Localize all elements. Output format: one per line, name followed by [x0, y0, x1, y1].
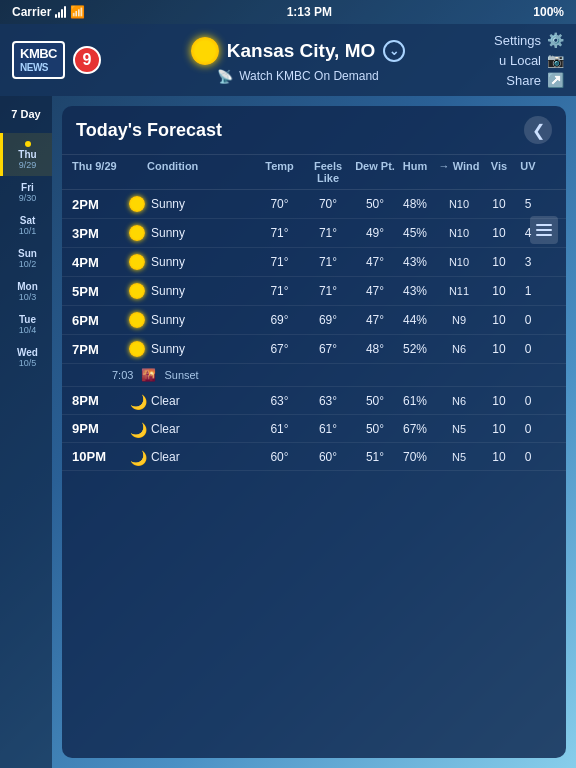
moon-icon: 🌙: [130, 450, 144, 464]
row-time-5: 7PM: [72, 342, 127, 357]
sidebar-item-wed[interactable]: Wed 10/5: [0, 341, 52, 374]
row-feels-5: 67°: [302, 342, 354, 356]
row-dew-7: 50°: [354, 422, 396, 436]
row-uv-3: 1: [514, 284, 542, 298]
signal-bars: [55, 6, 66, 18]
u-local-button[interactable]: u Local 📷: [499, 52, 564, 68]
header-actions: Settings ⚙️ u Local 📷 Share ↗️: [444, 32, 564, 88]
row-uv-8: 0: [514, 450, 542, 464]
sidebar-item-mon[interactable]: Mon 10/3: [0, 275, 52, 308]
u-local-label: u Local: [499, 53, 541, 68]
row-wind-3: N11: [434, 285, 484, 297]
row-uv-5: 0: [514, 342, 542, 356]
settings-button[interactable]: Settings ⚙️: [494, 32, 564, 48]
row-time-8: 10PM: [72, 449, 127, 464]
list-icon-line: [536, 224, 552, 226]
sunset-row: 7:03 🌇 Sunset: [62, 364, 566, 387]
moon-icon: 🌙: [130, 422, 144, 436]
sidebar-day-date-0: 9/29: [7, 160, 48, 170]
col-header-hum: Hum: [396, 160, 434, 184]
row-dew-5: 48°: [354, 342, 396, 356]
row-dew-3: 47°: [354, 284, 396, 298]
status-bar: Carrier 📶 1:13 PM 100%: [0, 0, 576, 24]
logo-channel: 9: [73, 46, 101, 74]
logo-box: KMBC NEWS: [12, 41, 65, 78]
sidebar-day-date-5: 10/4: [7, 325, 48, 335]
back-button[interactable]: ❮: [524, 116, 552, 144]
col-header-temp: Temp: [257, 160, 302, 184]
row-feels-4: 69°: [302, 313, 354, 327]
row-hum-0: 48%: [396, 197, 434, 211]
logo-area[interactable]: KMBC NEWS 9: [12, 41, 152, 78]
sidebar-day-name-5: Tue: [7, 314, 48, 325]
col-header-dew: Dew Pt.: [354, 160, 396, 184]
row-temp-1: 71°: [257, 226, 302, 240]
row-hum-3: 43%: [396, 284, 434, 298]
row-feels-3: 71°: [302, 284, 354, 298]
settings-label: Settings: [494, 33, 541, 48]
share-icon: ↗️: [547, 72, 564, 88]
row-vis-1: 10: [484, 226, 514, 240]
table-row: 10PM 🌙 Clear 60° 60° 51° 70% N5 10 0: [62, 443, 566, 471]
sidebar-day-date-4: 10/3: [7, 292, 48, 302]
watch-kmbc-row[interactable]: 📡 Watch KMBC On Demand: [217, 69, 379, 84]
forecast-title: Today's Forecast: [76, 120, 222, 141]
row-hum-4: 44%: [396, 313, 434, 327]
list-view-button[interactable]: [530, 216, 558, 244]
col-header-feels: Feels Like: [302, 160, 354, 184]
row-hum-1: 45%: [396, 226, 434, 240]
row-icon-4: [127, 312, 147, 328]
sun-icon: [129, 196, 145, 212]
row-uv-6: 0: [514, 394, 542, 408]
gear-icon: ⚙️: [547, 32, 564, 48]
antenna-icon: 📡: [217, 69, 233, 84]
table-row: 8PM 🌙 Clear 63° 63° 50° 61% N6 10 0: [62, 387, 566, 415]
sidebar-item-thu[interactable]: Thu 9/29: [0, 133, 52, 176]
forecast-rows: 2PM Sunny 70° 70° 50° 48% N10 10 5 3PM S…: [62, 190, 566, 471]
row-icon-5: [127, 341, 147, 357]
sidebar-item-sun[interactable]: Sun 10/2: [0, 242, 52, 275]
table-row: 6PM Sunny 69° 69° 47° 44% N9 10 0: [62, 306, 566, 335]
logo-line2: NEWS: [20, 62, 57, 73]
row-condition-4: Sunny: [147, 313, 257, 327]
row-vis-5: 10: [484, 342, 514, 356]
location-picker-button[interactable]: ⌄: [383, 40, 405, 62]
forecast-panel: Today's Forecast ❮ Thu 9/29 Condition Te…: [52, 96, 576, 768]
share-button[interactable]: Share ↗️: [506, 72, 564, 88]
sun-icon: [129, 341, 145, 357]
row-feels-7: 61°: [302, 422, 354, 436]
table-row: 7PM Sunny 67° 67° 48° 52% N6 10 0: [62, 335, 566, 364]
row-wind-4: N9: [434, 314, 484, 326]
row-temp-3: 71°: [257, 284, 302, 298]
row-feels-6: 63°: [302, 394, 354, 408]
row-condition-2: Sunny: [147, 255, 257, 269]
table-row: 9PM 🌙 Clear 61° 61° 50° 67% N5 10 0: [62, 415, 566, 443]
row-condition-6: Clear: [147, 394, 257, 408]
forecast-card: Today's Forecast ❮ Thu 9/29 Condition Te…: [62, 106, 566, 758]
sidebar-day-date-2: 10/1: [7, 226, 48, 236]
sidebar-day-name-6: Wed: [7, 347, 48, 358]
row-temp-6: 63°: [257, 394, 302, 408]
sidebar-label: 7 Day: [9, 104, 42, 125]
row-temp-7: 61°: [257, 422, 302, 436]
moon-icon: 🌙: [130, 394, 144, 408]
row-feels-1: 71°: [302, 226, 354, 240]
row-uv-4: 0: [514, 313, 542, 327]
sidebar-day-date-6: 10/5: [7, 358, 48, 368]
sun-icon: [129, 254, 145, 270]
row-vis-8: 10: [484, 450, 514, 464]
row-temp-8: 60°: [257, 450, 302, 464]
row-uv-7: 0: [514, 422, 542, 436]
sun-icon: [129, 312, 145, 328]
row-wind-2: N10: [434, 256, 484, 268]
row-wind-1: N10: [434, 227, 484, 239]
sidebar-item-sat[interactable]: Sat 10/1: [0, 209, 52, 242]
sidebar-day-name-4: Mon: [7, 281, 48, 292]
list-icon-line: [536, 229, 552, 231]
sidebar-item-fri[interactable]: Fri 9/30: [0, 176, 52, 209]
row-vis-4: 10: [484, 313, 514, 327]
sidebar-item-tue[interactable]: Tue 10/4: [0, 308, 52, 341]
col-header-vis: Vis: [484, 160, 514, 184]
sunset-label: Sunset: [164, 369, 198, 381]
location-row[interactable]: Kansas City, MO ⌄: [191, 37, 406, 65]
